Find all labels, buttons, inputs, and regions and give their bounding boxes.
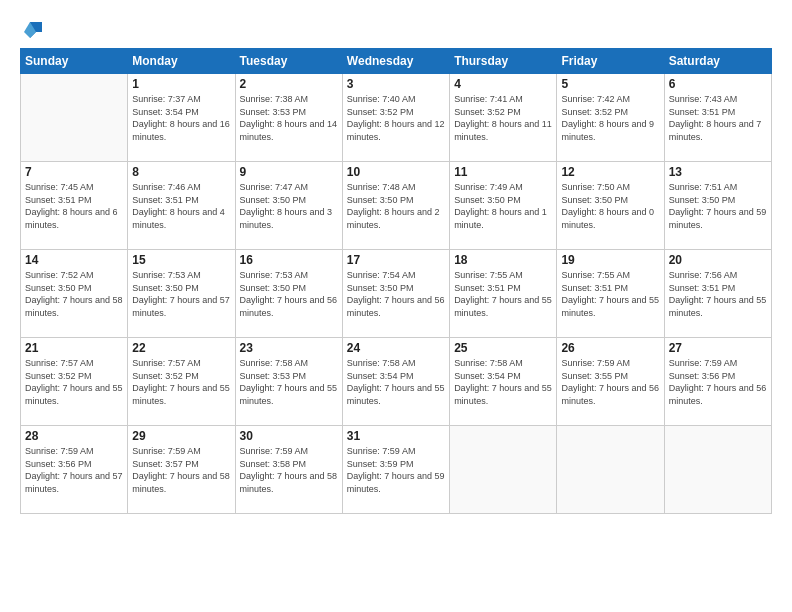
day-number: 22 [132,341,230,355]
calendar-cell: 30Sunrise: 7:59 AMSunset: 3:58 PMDayligh… [235,426,342,514]
day-info: Sunrise: 7:38 AMSunset: 3:53 PMDaylight:… [240,93,338,143]
calendar-cell: 24Sunrise: 7:58 AMSunset: 3:54 PMDayligh… [342,338,449,426]
day-info: Sunrise: 7:52 AMSunset: 3:50 PMDaylight:… [25,269,123,319]
calendar-cell: 13Sunrise: 7:51 AMSunset: 3:50 PMDayligh… [664,162,771,250]
calendar-cell: 9Sunrise: 7:47 AMSunset: 3:50 PMDaylight… [235,162,342,250]
calendar-week-row: 21Sunrise: 7:57 AMSunset: 3:52 PMDayligh… [21,338,772,426]
calendar-cell: 5Sunrise: 7:42 AMSunset: 3:52 PMDaylight… [557,74,664,162]
day-info: Sunrise: 7:56 AMSunset: 3:51 PMDaylight:… [669,269,767,319]
day-info: Sunrise: 7:49 AMSunset: 3:50 PMDaylight:… [454,181,552,231]
day-number: 16 [240,253,338,267]
day-info: Sunrise: 7:43 AMSunset: 3:51 PMDaylight:… [669,93,767,143]
day-info: Sunrise: 7:58 AMSunset: 3:54 PMDaylight:… [347,357,445,407]
day-info: Sunrise: 7:59 AMSunset: 3:58 PMDaylight:… [240,445,338,495]
weekday-header: Wednesday [342,49,449,74]
logo-icon [22,18,44,40]
day-number: 15 [132,253,230,267]
calendar-cell: 19Sunrise: 7:55 AMSunset: 3:51 PMDayligh… [557,250,664,338]
calendar-week-row: 14Sunrise: 7:52 AMSunset: 3:50 PMDayligh… [21,250,772,338]
weekday-header: Friday [557,49,664,74]
calendar-cell: 2Sunrise: 7:38 AMSunset: 3:53 PMDaylight… [235,74,342,162]
day-number: 17 [347,253,445,267]
day-info: Sunrise: 7:50 AMSunset: 3:50 PMDaylight:… [561,181,659,231]
calendar-cell: 8Sunrise: 7:46 AMSunset: 3:51 PMDaylight… [128,162,235,250]
day-number: 7 [25,165,123,179]
calendar-cell: 17Sunrise: 7:54 AMSunset: 3:50 PMDayligh… [342,250,449,338]
day-number: 14 [25,253,123,267]
calendar-cell: 29Sunrise: 7:59 AMSunset: 3:57 PMDayligh… [128,426,235,514]
calendar-cell: 15Sunrise: 7:53 AMSunset: 3:50 PMDayligh… [128,250,235,338]
calendar-cell: 11Sunrise: 7:49 AMSunset: 3:50 PMDayligh… [450,162,557,250]
calendar-cell: 12Sunrise: 7:50 AMSunset: 3:50 PMDayligh… [557,162,664,250]
day-number: 13 [669,165,767,179]
day-number: 8 [132,165,230,179]
day-info: Sunrise: 7:55 AMSunset: 3:51 PMDaylight:… [454,269,552,319]
day-info: Sunrise: 7:59 AMSunset: 3:56 PMDaylight:… [25,445,123,495]
calendar-cell: 26Sunrise: 7:59 AMSunset: 3:55 PMDayligh… [557,338,664,426]
day-number: 2 [240,77,338,91]
day-number: 29 [132,429,230,443]
calendar-cell [664,426,771,514]
calendar-cell: 6Sunrise: 7:43 AMSunset: 3:51 PMDaylight… [664,74,771,162]
calendar-cell: 20Sunrise: 7:56 AMSunset: 3:51 PMDayligh… [664,250,771,338]
day-info: Sunrise: 7:59 AMSunset: 3:56 PMDaylight:… [669,357,767,407]
day-info: Sunrise: 7:40 AMSunset: 3:52 PMDaylight:… [347,93,445,143]
calendar-cell: 31Sunrise: 7:59 AMSunset: 3:59 PMDayligh… [342,426,449,514]
day-number: 25 [454,341,552,355]
calendar-cell: 18Sunrise: 7:55 AMSunset: 3:51 PMDayligh… [450,250,557,338]
day-number: 18 [454,253,552,267]
page: SundayMondayTuesdayWednesdayThursdayFrid… [0,0,792,612]
day-number: 3 [347,77,445,91]
day-info: Sunrise: 7:59 AMSunset: 3:59 PMDaylight:… [347,445,445,495]
day-number: 5 [561,77,659,91]
calendar-week-row: 1Sunrise: 7:37 AMSunset: 3:54 PMDaylight… [21,74,772,162]
day-number: 27 [669,341,767,355]
day-number: 6 [669,77,767,91]
day-number: 20 [669,253,767,267]
calendar-cell: 28Sunrise: 7:59 AMSunset: 3:56 PMDayligh… [21,426,128,514]
calendar-cell: 7Sunrise: 7:45 AMSunset: 3:51 PMDaylight… [21,162,128,250]
calendar: SundayMondayTuesdayWednesdayThursdayFrid… [20,48,772,514]
calendar-cell: 27Sunrise: 7:59 AMSunset: 3:56 PMDayligh… [664,338,771,426]
day-number: 9 [240,165,338,179]
calendar-cell: 16Sunrise: 7:53 AMSunset: 3:50 PMDayligh… [235,250,342,338]
day-info: Sunrise: 7:47 AMSunset: 3:50 PMDaylight:… [240,181,338,231]
weekday-header: Saturday [664,49,771,74]
calendar-cell [557,426,664,514]
day-info: Sunrise: 7:48 AMSunset: 3:50 PMDaylight:… [347,181,445,231]
calendar-week-row: 7Sunrise: 7:45 AMSunset: 3:51 PMDaylight… [21,162,772,250]
calendar-cell [21,74,128,162]
calendar-cell: 22Sunrise: 7:57 AMSunset: 3:52 PMDayligh… [128,338,235,426]
day-number: 12 [561,165,659,179]
calendar-cell [450,426,557,514]
logo [20,18,44,40]
day-info: Sunrise: 7:58 AMSunset: 3:53 PMDaylight:… [240,357,338,407]
day-info: Sunrise: 7:46 AMSunset: 3:51 PMDaylight:… [132,181,230,231]
day-info: Sunrise: 7:55 AMSunset: 3:51 PMDaylight:… [561,269,659,319]
day-info: Sunrise: 7:51 AMSunset: 3:50 PMDaylight:… [669,181,767,231]
day-info: Sunrise: 7:37 AMSunset: 3:54 PMDaylight:… [132,93,230,143]
day-number: 10 [347,165,445,179]
calendar-cell: 1Sunrise: 7:37 AMSunset: 3:54 PMDaylight… [128,74,235,162]
day-info: Sunrise: 7:54 AMSunset: 3:50 PMDaylight:… [347,269,445,319]
day-info: Sunrise: 7:45 AMSunset: 3:51 PMDaylight:… [25,181,123,231]
calendar-cell: 10Sunrise: 7:48 AMSunset: 3:50 PMDayligh… [342,162,449,250]
day-info: Sunrise: 7:58 AMSunset: 3:54 PMDaylight:… [454,357,552,407]
day-number: 26 [561,341,659,355]
day-info: Sunrise: 7:41 AMSunset: 3:52 PMDaylight:… [454,93,552,143]
day-info: Sunrise: 7:57 AMSunset: 3:52 PMDaylight:… [132,357,230,407]
day-number: 23 [240,341,338,355]
day-number: 31 [347,429,445,443]
calendar-cell: 14Sunrise: 7:52 AMSunset: 3:50 PMDayligh… [21,250,128,338]
calendar-cell: 3Sunrise: 7:40 AMSunset: 3:52 PMDaylight… [342,74,449,162]
calendar-cell: 21Sunrise: 7:57 AMSunset: 3:52 PMDayligh… [21,338,128,426]
day-info: Sunrise: 7:57 AMSunset: 3:52 PMDaylight:… [25,357,123,407]
day-info: Sunrise: 7:53 AMSunset: 3:50 PMDaylight:… [240,269,338,319]
weekday-header: Sunday [21,49,128,74]
weekday-header: Thursday [450,49,557,74]
day-info: Sunrise: 7:42 AMSunset: 3:52 PMDaylight:… [561,93,659,143]
day-number: 4 [454,77,552,91]
day-number: 19 [561,253,659,267]
calendar-cell: 4Sunrise: 7:41 AMSunset: 3:52 PMDaylight… [450,74,557,162]
calendar-cell: 25Sunrise: 7:58 AMSunset: 3:54 PMDayligh… [450,338,557,426]
